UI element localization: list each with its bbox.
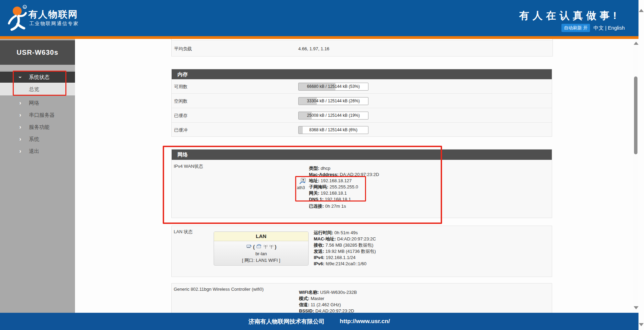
wifi-mode-line: 模式: Master (299, 296, 324, 302)
memory-progressbar: 33304 kB / 125144 kB (26%) (298, 97, 368, 105)
sidebar-item-label: 串口服务器 (29, 109, 55, 121)
lan-bridge-name: br-lan (214, 251, 308, 256)
memory-row-label: 已缓冲 (174, 127, 187, 133)
memory-section-title: 内存 (172, 69, 552, 79)
top-header-bar: R 有人物联网 工业物联网通信专家 有人在认真做事! 自动刷新 开 中文|Eng… (0, 0, 638, 36)
sidebar-item-label: 总览 (29, 83, 39, 95)
header-slogan: 有人在认真做事! (519, 9, 620, 23)
content-scrollbar[interactable] (633, 39, 638, 313)
wan-address-line: 地址: 192.168.18.127 (309, 178, 352, 184)
sidebar-item-services[interactable]: › 服务功能 (0, 121, 75, 133)
paren-close: ) (275, 244, 277, 250)
footer-bar: 济南有人物联网技术有限公司 http://www.usr.cn/ (0, 313, 638, 330)
lan-mac-line: MAC-地址: D4:AD:20:97:23:2C (314, 236, 376, 242)
wifi-channel-line: 信道: 11 (2.462 GHz) (299, 302, 341, 308)
network-section-title: 网络 (172, 149, 552, 160)
switch-icon (246, 244, 252, 249)
device-model-title: USR-W630s (0, 40, 75, 65)
memory-progressbar: 66680 kB / 125144 kB (53%) (298, 83, 368, 91)
memory-row-label: 已缓存 (174, 113, 187, 119)
sidebar-item-logout[interactable]: › 退出 (0, 145, 75, 157)
load-label: 平均负载 (174, 46, 192, 52)
brand-subtitle: 工业物联网通信专家 (29, 21, 79, 27)
wifi-controller-label: Generic 802.11bgn Wireless Controller (w… (174, 287, 264, 292)
wan-netmask-line: 子网掩码: 255.255.255.0 (309, 184, 358, 190)
sidebar-item-label: 退出 (29, 145, 39, 157)
lan-ipv4-line: IPv4: 192.168.1.1/24 (314, 255, 355, 261)
scrollbar-thumb[interactable] (634, 76, 637, 154)
lan-box-title: LAN (214, 232, 308, 241)
memory-progressbar: 25008 kB / 125144 kB (19%) (298, 112, 368, 120)
sidebar-item-label: 网络 (29, 97, 39, 109)
chevron-right-icon: › (19, 133, 21, 145)
sidebar-item-system-status[interactable]: › 系统状态 (0, 72, 75, 83)
sidebar: USR-W630s › 系统状态 总览 › 网络 › 串口服务器 › 服务功能 … (0, 39, 75, 313)
chevron-right-icon: › (19, 97, 21, 109)
wan-interface-icon (299, 178, 307, 185)
sidebar-item-label: 系统状态 (29, 72, 50, 83)
memory-section: 内存 可用数 66680 kB / 125144 kB (53%) 空闲数 33… (171, 69, 552, 137)
chevron-right-icon: › (19, 145, 21, 157)
scroll-up-arrow-icon[interactable] (639, 9, 644, 12)
usr-logo-person-icon: R (7, 3, 29, 32)
sidebar-item-label: 系统 (29, 133, 39, 145)
lan-ports: [ 网口: LAN1 WIFI ] (214, 257, 308, 264)
wireless-antenna-icon (263, 244, 268, 249)
sidebar-item-system[interactable]: › 系统 (0, 133, 75, 145)
scroll-up-arrow-icon[interactable] (634, 42, 638, 45)
wan-type-line: 类型: dhcp (309, 165, 330, 172)
lang-zh-link[interactable]: 中文 (593, 25, 604, 31)
sidebar-divider-strip (0, 65, 75, 71)
wan-connected-line: 已连接: 0h 27m 1s (309, 203, 346, 209)
lan-ipv6-line: IPv6: fd9e:21f4:2ca0::1/60 (314, 261, 366, 267)
orange-accent-bar (0, 36, 638, 39)
wifi-section: Generic 802.11bgn Wireless Controller (w… (171, 283, 552, 313)
chevron-down-icon: › (15, 76, 26, 78)
wan-dns-line: DNS 1: 192.168.18.1 (309, 196, 351, 203)
wan-status-label: IPv4 WAN状态 (174, 163, 203, 169)
scroll-down-arrow-icon[interactable] (634, 306, 638, 309)
paren-open: ( (253, 244, 255, 250)
sidebar-item-serial-server[interactable]: › 串口服务器 (0, 109, 75, 121)
footer-company: 济南有人物联网技术有限公司 (249, 318, 325, 326)
lan-status-label: LAN 状态 (174, 229, 193, 235)
sidebar-item-overview[interactable]: 总览 (0, 83, 75, 95)
lang-en-link[interactable]: English (608, 25, 625, 31)
lan-interface-icons: ( ) (214, 243, 308, 250)
bridge-icon (256, 244, 262, 249)
lan-rx-line: 接收: 7.56 MB (38285 数据包) (314, 242, 373, 248)
brand-title: 有人物联网 (28, 8, 78, 21)
auto-refresh-toggle[interactable]: 自动刷新 开 (561, 24, 590, 32)
lan-uptime-line: 运行时间: 0h 51m 49s (314, 230, 358, 236)
lan-tx-line: 发送: 19.92 MB (41736 数据包) (314, 248, 376, 255)
wireless-antenna-icon (269, 244, 274, 249)
memory-progressbar: 8368 kB / 125144 kB (6%) (298, 126, 368, 134)
chevron-right-icon: › (19, 109, 21, 121)
lan-section: LAN 状态 LAN ( (171, 226, 552, 277)
load-value: 4.66, 1.97, 1.16 (298, 46, 329, 52)
wan-interface-name: ath3 (297, 185, 305, 190)
wan-gateway-line: 网关: 192.168.18.1 (309, 190, 347, 196)
chevron-right-icon: › (19, 121, 21, 133)
network-section: 网络 IPv4 WAN状态 类型: dhcp Mac-Address: DA:A… (171, 149, 552, 218)
lang-separator: | (604, 25, 608, 31)
footer-url-link[interactable]: http://www.usr.cn/ (340, 318, 390, 325)
router-admin-page: R 有人物联网 工业物联网通信专家 有人在认真做事! 自动刷新 开 中文|Eng… (0, 0, 644, 330)
svg-text:R: R (24, 6, 26, 9)
memory-row-label: 可用数 (174, 84, 187, 90)
memory-row-label: 空闲数 (174, 98, 187, 104)
wan-mac-line: Mac-Address: DA:AD:20:97:23:2D (309, 172, 379, 178)
scroll-down-arrow-icon[interactable] (639, 323, 644, 326)
lan-box: LAN ( (214, 231, 309, 266)
sidebar-item-network[interactable]: › 网络 (0, 97, 75, 109)
load-table: 平均负载 4.66, 1.97, 1.16 (171, 39, 553, 56)
window-scrollbar[interactable] (638, 0, 644, 330)
wifi-ssid-line: WIFI名称: USR-W630s-232B (299, 289, 357, 296)
sidebar-item-label: 服务功能 (29, 121, 50, 133)
